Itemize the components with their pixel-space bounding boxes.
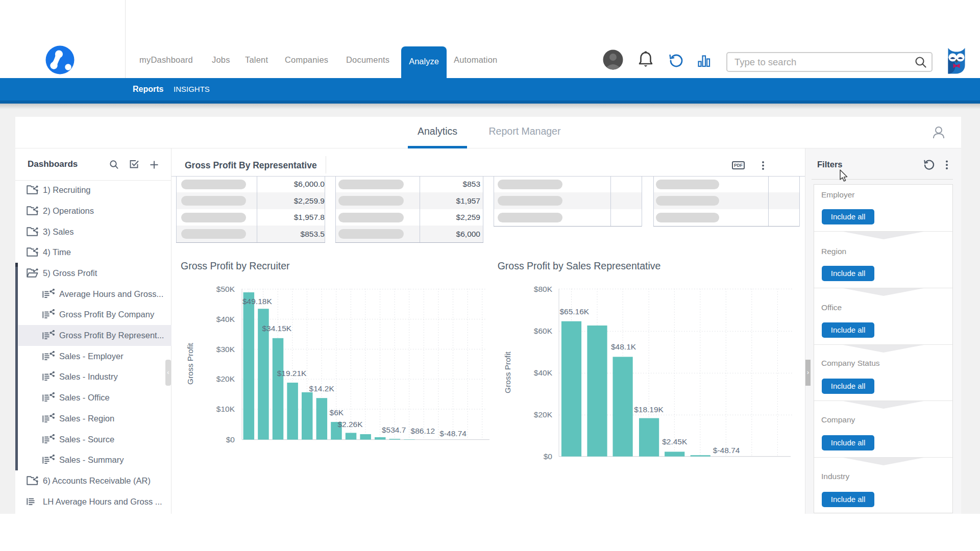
svg-text:$-48.74: $-48.74 bbox=[713, 446, 740, 455]
svg-text:$18.19K: $18.19K bbox=[634, 405, 664, 414]
svg-text:$49.18K: $49.18K bbox=[242, 297, 272, 306]
svg-text:Gross Profit by Sales Represen: Gross Profit by Sales Representative bbox=[498, 260, 661, 271]
svg-text:Gross Profit by Recruiter: Gross Profit by Recruiter bbox=[181, 260, 290, 271]
svg-text:$2.45K: $2.45K bbox=[662, 437, 688, 446]
svg-text:$19.21K: $19.21K bbox=[277, 369, 307, 378]
svg-text:$65.16K: $65.16K bbox=[559, 307, 589, 316]
svg-text:$0: $0 bbox=[226, 435, 235, 444]
svg-text:$48.1K: $48.1K bbox=[611, 342, 636, 351]
svg-text:$30K: $30K bbox=[216, 345, 235, 354]
svg-text:$6K: $6K bbox=[330, 408, 344, 417]
svg-text:$34.15K: $34.15K bbox=[262, 324, 291, 333]
svg-text:$534.7: $534.7 bbox=[382, 425, 406, 434]
svg-text:$80K: $80K bbox=[534, 285, 553, 293]
svg-text:$2.26K: $2.26K bbox=[337, 420, 363, 429]
svg-text:$50K: $50K bbox=[216, 285, 235, 293]
svg-text:Gross Profit: Gross Profit bbox=[186, 342, 194, 385]
svg-text:Gross Profit: Gross Profit bbox=[503, 351, 512, 393]
svg-text:$20K: $20K bbox=[534, 410, 553, 419]
svg-text:$20K: $20K bbox=[216, 374, 235, 383]
svg-text:$0: $0 bbox=[544, 452, 553, 461]
svg-text:$10K: $10K bbox=[216, 405, 235, 413]
svg-text:$-48.74: $-48.74 bbox=[439, 429, 467, 438]
svg-text:$60K: $60K bbox=[534, 327, 553, 335]
svg-text:$40K: $40K bbox=[216, 315, 235, 323]
svg-text:$86.12: $86.12 bbox=[411, 427, 435, 435]
svg-text:$14.2K: $14.2K bbox=[309, 384, 335, 393]
svg-text:$40K: $40K bbox=[534, 368, 553, 377]
